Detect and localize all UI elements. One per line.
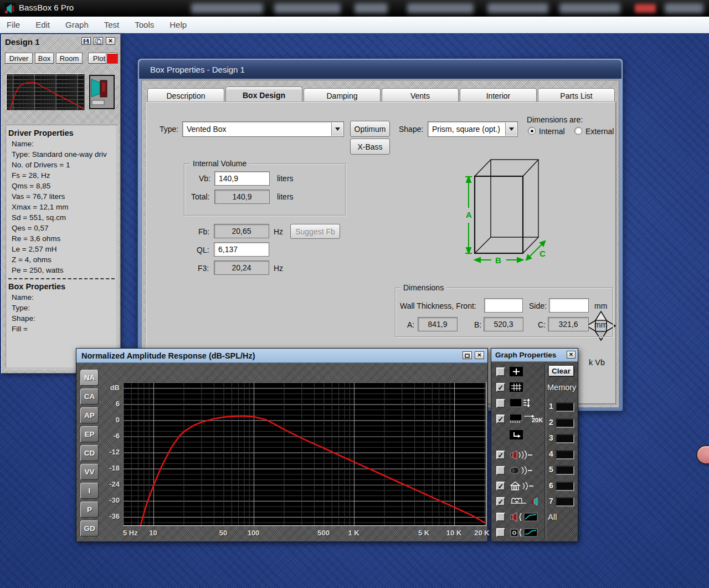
dialog-tab-interior[interactable]: Interior: [460, 88, 537, 104]
internal-volume-group: Internal Volume Vb: 140,9 liters Total: …: [184, 163, 346, 216]
ql-input[interactable]: 6,137: [214, 242, 269, 257]
graph-window-titlebar[interactable]: Normalized Amplitude Response (dB-SPL/Hz…: [76, 349, 487, 363]
mini-response-thumbnail[interactable]: [6, 74, 85, 110]
room-output-checkbox[interactable]: ✓: [496, 482, 505, 490]
graph-tab-ap[interactable]: AP: [80, 407, 99, 423]
memory-slot-3[interactable]: [556, 434, 574, 443]
wall-thickness-label: Wall Thickness, Front:: [400, 301, 476, 310]
y-axis-tick-label: -6: [103, 432, 120, 440]
network-speaker-checkbox[interactable]: ✓: [496, 497, 505, 506]
blurred-tab: [274, 3, 341, 13]
graph-window-title: Normalized Amplitude Response (dB-SPL/Hz…: [81, 351, 255, 360]
fb-label: Fb:: [198, 227, 209, 236]
external-radio[interactable]: [574, 127, 582, 135]
close-icon[interactable]: ✕: [567, 351, 576, 359]
menu-item-tools[interactable]: Tools: [135, 20, 154, 29]
vb-input[interactable]: 140,9: [214, 171, 270, 186]
save-button[interactable]: [81, 37, 91, 45]
type-label: Type:: [160, 125, 178, 134]
memory-slot-5[interactable]: [556, 466, 574, 475]
b-label: B:: [474, 320, 481, 329]
memory-slot-1[interactable]: [556, 402, 574, 412]
speaker-output-checkbox[interactable]: ✓: [496, 451, 505, 459]
crosshair-plus-checkbox[interactable]: [496, 367, 505, 376]
memory-slot-6[interactable]: [556, 482, 574, 491]
dialog-titlebar[interactable]: Box Properties - Design 1: [139, 60, 621, 79]
graph-tab-i[interactable]: I: [80, 483, 99, 499]
c-label: C:: [538, 320, 546, 329]
grid-checkbox[interactable]: ✓: [496, 383, 505, 392]
suggest-fb-button[interactable]: Suggest Fb: [290, 224, 340, 239]
chevron-down-icon[interactable]: [331, 122, 343, 136]
menu-item-edit[interactable]: Edit: [35, 20, 50, 29]
speaker-box-icon[interactable]: [89, 75, 115, 109]
wall-side-input[interactable]: [549, 298, 589, 313]
y-axis-tick-label: 0: [103, 416, 120, 424]
memory-slot-number: 5: [549, 465, 553, 474]
chevron-down-icon[interactable]: [505, 122, 517, 136]
memory-slot-2[interactable]: [556, 418, 574, 428]
memory-slot-4[interactable]: [556, 450, 574, 459]
graph-tab-na[interactable]: NA: [80, 370, 99, 386]
internal-radio[interactable]: [528, 127, 536, 135]
x-scale-20k-checkbox[interactable]: ✓: [496, 415, 505, 423]
speaker-response-checkbox[interactable]: [496, 513, 505, 521]
crosshair-plus-icon: [510, 367, 541, 379]
menu-item-help[interactable]: Help: [169, 20, 187, 29]
x-axis-tick-label: 10: [149, 529, 157, 537]
graph-tab-gd[interactable]: GD: [80, 520, 99, 536]
check-vb-label-partial[interactable]: k Vb: [589, 358, 605, 367]
x-axis-tick-label: 10 K: [446, 529, 461, 537]
graph-tab-vv[interactable]: VV: [80, 464, 99, 480]
graph-properties-panel: Graph Properties ✕ ✓✓20K✓✓✓ Clear Memory…: [491, 348, 578, 542]
box-property-line: Name:: [6, 292, 117, 303]
box-property-line: Type:: [6, 303, 117, 313]
design-tab-driver[interactable]: Driver: [5, 53, 33, 64]
y-axis-tick-label: -12: [103, 448, 120, 456]
dialog-tab-vents[interactable]: Vents: [382, 88, 459, 104]
close-icon[interactable]: ✕: [475, 351, 484, 359]
menu-bar: FileEditGraphTestToolsHelp: [0, 17, 709, 33]
dialog-tab-description[interactable]: Description: [147, 88, 224, 104]
box-properties-heading: Box Properties: [6, 281, 117, 292]
y-scale-checkbox[interactable]: [496, 399, 505, 408]
menu-item-test[interactable]: Test: [104, 20, 120, 29]
graph-tab-ep[interactable]: EP: [80, 426, 99, 442]
box-type-select[interactable]: Vented Box: [182, 121, 344, 137]
dim-a-label: A: [466, 210, 472, 219]
dialog-tab-damping[interactable]: Damping: [304, 88, 381, 104]
graph-tab-cd[interactable]: CD: [80, 445, 99, 461]
graph-properties-titlebar[interactable]: Graph Properties: [491, 349, 578, 362]
menu-item-graph[interactable]: Graph: [65, 20, 89, 29]
plot-area[interactable]: [123, 382, 486, 526]
blurred-tab: [559, 3, 620, 13]
shape-select[interactable]: Prism, square (opt.): [428, 121, 518, 137]
copy-icon[interactable]: [94, 37, 103, 45]
close-icon[interactable]: ✕: [106, 37, 115, 45]
cancel-button[interactable]: Cancel: [696, 445, 709, 464]
dialog-tab-parts-list[interactable]: Parts List: [538, 88, 615, 104]
design-tab-box[interactable]: Box: [35, 53, 54, 64]
memory-all-label[interactable]: All: [548, 512, 557, 521]
blurred-tab: [354, 3, 388, 13]
minimize-icon[interactable]: [463, 351, 472, 359]
box-response-icon: [510, 528, 541, 540]
dialog-tab-box-design[interactable]: Box Design: [225, 86, 302, 104]
wall-front-input[interactable]: [484, 298, 523, 313]
x-bass-button[interactable]: X-Bass: [350, 139, 390, 155]
plot-color-swatch[interactable]: [106, 53, 118, 64]
driver-property-line: Fs = 28, Hz: [6, 170, 117, 181]
design-tab-room[interactable]: Room: [56, 53, 83, 64]
f3-label: F3:: [198, 264, 209, 273]
f3-value: 20,24: [214, 260, 269, 275]
menu-item-file[interactable]: File: [7, 20, 20, 29]
box-response-checkbox[interactable]: [496, 528, 505, 537]
clear-button[interactable]: Clear: [548, 365, 574, 376]
design-window-title: Design 1: [5, 37, 40, 47]
box-property-line: Fill =: [6, 324, 117, 334]
vent-output-checkbox[interactable]: [496, 466, 505, 475]
graph-tab-p[interactable]: P: [80, 502, 99, 518]
memory-slot-7[interactable]: [556, 497, 574, 507]
optimum-button[interactable]: Optimum: [350, 121, 390, 137]
graph-tab-ca[interactable]: CA: [80, 388, 99, 405]
